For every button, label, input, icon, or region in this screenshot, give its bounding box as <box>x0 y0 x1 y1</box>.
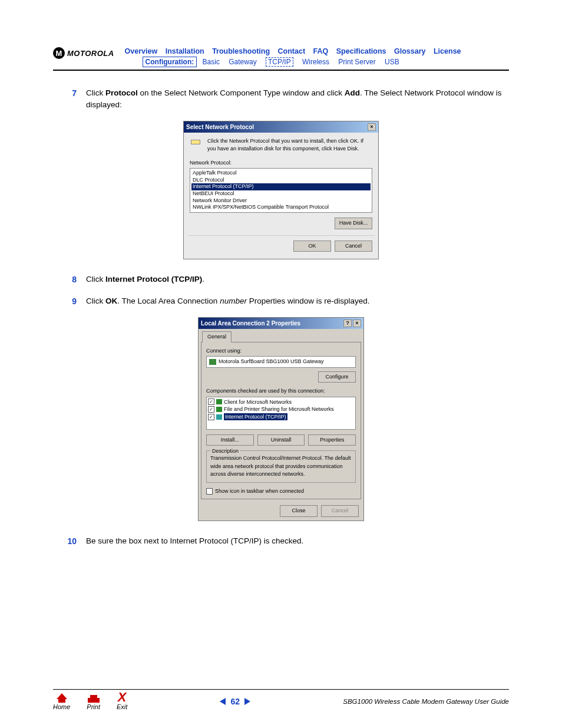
nav-contact[interactable]: Contact <box>278 47 306 55</box>
cancel-button: Cancel <box>321 505 359 517</box>
description-label: Description <box>210 447 240 456</box>
nav-specifications[interactable]: Specifications <box>336 47 386 55</box>
step-number: 9 <box>53 295 86 308</box>
page-header: M MOTOROLA Overview Installation Trouble… <box>53 47 509 71</box>
guide-title: SBG1000 Wireless Cable Modem Gateway Use… <box>343 698 509 705</box>
next-page-icon[interactable] <box>244 698 250 705</box>
list-item[interactable]: Network Monitor Driver <box>191 197 371 205</box>
nav-gateway[interactable]: Gateway <box>229 58 256 66</box>
nav-faq[interactable]: FAQ <box>313 47 329 55</box>
protocol-icon <box>216 414 222 420</box>
tab-general[interactable]: General <box>202 331 232 342</box>
nav-usb[interactable]: USB <box>385 58 399 66</box>
step-body: Click OK. The Local Area Connection numb… <box>86 295 509 308</box>
step-7: 7 Click Protocol on the Select Network C… <box>53 87 509 111</box>
ok-button[interactable]: OK <box>293 241 331 252</box>
step-body: Click Protocol on the Select Network Com… <box>86 87 509 111</box>
prev-page-icon[interactable] <box>220 698 226 705</box>
list-item[interactable]: NetBEUI Protocol <box>191 190 371 197</box>
list-item[interactable]: AppleTalk Protocol <box>191 170 371 177</box>
properties-button[interactable]: Properties <box>308 434 356 446</box>
help-icon[interactable]: ? <box>343 319 352 327</box>
nav-installation[interactable]: Installation <box>166 47 204 55</box>
list-item[interactable]: NWLink IPX/SPX/NetBIOS Compatible Transp… <box>191 204 371 211</box>
checkbox-icon[interactable]: ✓ <box>208 398 214 405</box>
nic-icon <box>209 359 216 365</box>
cancel-button[interactable]: Cancel <box>335 241 372 252</box>
nav-overview[interactable]: Overview <box>125 47 158 55</box>
motorola-logo-icon: M <box>53 47 65 59</box>
nav-glossary[interactable]: Glossary <box>394 47 426 55</box>
protocol-list-label: Network Protocol: <box>190 159 372 167</box>
exit-button[interactable]: X Exit <box>117 693 127 710</box>
step-body: Click Internet Protocol (TCP/IP). <box>86 274 509 286</box>
list-item[interactable]: ✓ Client for Microsoft Networks <box>208 398 354 406</box>
nav-top-row: Overview Installation Troubleshooting Co… <box>125 47 509 55</box>
nav-tcpip[interactable]: TCP/IP <box>266 57 293 67</box>
step-number: 7 <box>53 87 86 111</box>
list-item[interactable]: ✓ File and Printer Sharing for Microsoft… <box>208 406 354 413</box>
have-disk-button[interactable]: Have Disk... <box>335 218 372 229</box>
step-number: 8 <box>53 274 86 286</box>
nav-license[interactable]: License <box>434 47 461 55</box>
nav-basic[interactable]: Basic <box>203 58 220 66</box>
close-icon[interactable]: × <box>368 123 376 131</box>
home-icon <box>57 693 67 699</box>
list-item[interactable]: DLC Protocol <box>191 177 371 184</box>
list-item-selected[interactable]: ✓ Internet Protocol (TCP/IP) <box>208 413 354 421</box>
device-field: Motorola SurfBoard SBG1000 USB Gateway <box>206 356 356 368</box>
close-icon[interactable]: × <box>353 319 361 327</box>
home-button[interactable]: Home <box>53 693 70 710</box>
lan-properties-dialog: Local Area Connection 2 Properties ? × G… <box>198 317 364 521</box>
protocol-list[interactable]: AppleTalk Protocol DLC Protocol Internet… <box>190 168 372 213</box>
dialog-instruction: Click the Network Protocol that you want… <box>207 137 372 153</box>
dialog-title: Local Area Connection 2 Properties <box>201 319 300 328</box>
nav-wireless[interactable]: Wireless <box>302 58 329 66</box>
checkbox-icon[interactable]: ✓ <box>208 406 214 413</box>
nav-troubleshooting[interactable]: Troubleshooting <box>212 47 270 55</box>
dialog-titlebar: Select Network Protocol × <box>184 121 378 133</box>
client-icon <box>216 399 222 404</box>
show-icon-label: Show icon in taskbar when connected <box>215 487 304 496</box>
list-item-selected[interactable]: Internet Protocol (TCP/IP) <box>191 183 371 190</box>
dialog-title: Select Network Protocol <box>186 123 254 131</box>
dialog-titlebar: Local Area Connection 2 Properties ? × <box>199 318 363 329</box>
configure-button[interactable]: Configure <box>318 371 356 383</box>
logo-text: MOTOROLA <box>67 49 114 58</box>
nav-sub-row: Configuration: Basic Gateway TCP/IP Wire… <box>125 58 509 66</box>
protocol-icon <box>190 137 203 146</box>
step-9: 9 Click OK. The Local Area Connection nu… <box>53 295 509 308</box>
connect-using-label: Connect using: <box>206 347 356 355</box>
description-text: Transmission Control Protocol/Internet P… <box>210 454 352 479</box>
nav-configuration-label: Configuration: <box>143 57 197 67</box>
print-icon <box>88 698 100 703</box>
nav-print-server[interactable]: Print Server <box>338 58 375 66</box>
checkbox-icon[interactable] <box>206 488 213 495</box>
uninstall-button[interactable]: Uninstall <box>257 434 305 446</box>
step-number: 10 <box>53 535 86 548</box>
print-button[interactable]: Print <box>87 698 100 710</box>
step-10: 10 Be sure the box next to Internet Prot… <box>53 535 509 548</box>
page-footer: Home Print X Exit 62 SBG1000 Wireless Ca… <box>53 689 509 710</box>
select-network-protocol-dialog: Select Network Protocol × Click the Netw… <box>183 121 379 260</box>
checkbox-icon[interactable]: ✓ <box>208 414 214 420</box>
exit-icon: X <box>118 693 127 703</box>
components-label: Components checked are used by this conn… <box>206 387 356 396</box>
components-list[interactable]: ✓ Client for Microsoft Networks ✓ File a… <box>206 397 356 430</box>
step-8: 8 Click Internet Protocol (TCP/IP). <box>53 274 509 286</box>
pager: 62 <box>127 697 343 706</box>
install-button[interactable]: Install... <box>206 434 254 446</box>
service-icon <box>216 407 222 412</box>
step-body: Be sure the box next to Internet Protoco… <box>86 535 509 548</box>
page-number: 62 <box>230 697 240 706</box>
motorola-logo: M MOTOROLA <box>53 47 114 59</box>
close-button[interactable]: Close <box>280 505 318 517</box>
